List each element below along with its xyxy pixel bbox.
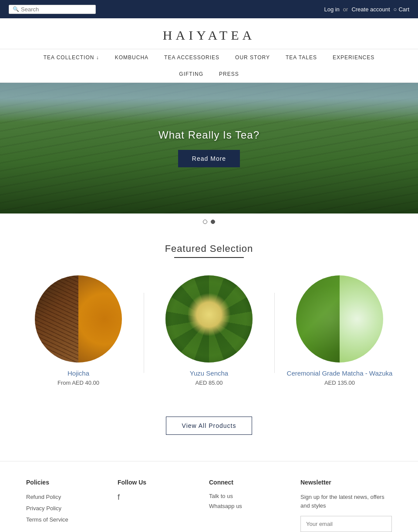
site-logo[interactable]: HAIYATEA bbox=[0, 28, 418, 43]
footer-terms-service[interactable]: Terms of Service bbox=[26, 516, 68, 523]
hero-title: What Really Is Tea? bbox=[158, 129, 260, 141]
search-form[interactable]: 🔍 bbox=[9, 5, 96, 14]
footer-follow-title: Follow Us bbox=[118, 479, 209, 486]
slide-dot-1[interactable] bbox=[203, 220, 207, 224]
nav-press[interactable]: PRESS bbox=[211, 66, 247, 82]
yuzu-image bbox=[165, 275, 253, 363]
view-all-button[interactable]: View All Products bbox=[166, 417, 253, 435]
cart-icon: ○ bbox=[394, 6, 397, 13]
featured-title: Featured Selection bbox=[9, 243, 409, 254]
matcha-image bbox=[296, 275, 383, 363]
footer-newsletter: Newsletter Sign up for the latest news, … bbox=[300, 479, 392, 532]
footer-policies-title: Policies bbox=[26, 479, 118, 486]
footer: Policies Refund Policy Privacy Policy Te… bbox=[0, 461, 418, 532]
featured-underline bbox=[174, 257, 244, 258]
hojicha-image bbox=[35, 275, 122, 363]
cart-label: Cart bbox=[398, 6, 409, 13]
footer-follow-us: Follow Us f bbox=[118, 479, 209, 532]
product-card-hojicha[interactable]: Hojicha From AED 40.00 bbox=[13, 271, 144, 395]
nav-tea-accessories[interactable]: TEA ACCESSORIES bbox=[156, 49, 227, 66]
slide-dot-2[interactable] bbox=[211, 220, 215, 224]
footer-connect: Connect Talk to us Whatsapp us bbox=[209, 479, 300, 532]
footer-refund-policy[interactable]: Refund Policy bbox=[26, 494, 61, 500]
product-image-hojicha bbox=[35, 275, 122, 363]
search-input[interactable] bbox=[21, 6, 91, 13]
product-card-yuzu[interactable]: Yuzu Sencha AED 85.00 bbox=[144, 271, 274, 395]
footer-newsletter-title: Newsletter bbox=[300, 479, 392, 486]
product-name-yuzu: Yuzu Sencha bbox=[152, 369, 266, 377]
newsletter-email-input[interactable] bbox=[300, 516, 392, 532]
footer-columns: Policies Refund Policy Privacy Policy Te… bbox=[26, 479, 392, 532]
nav-tea-tales[interactable]: TEA TALES bbox=[278, 49, 325, 66]
product-price-matcha: AED 135.00 bbox=[283, 380, 396, 386]
or-separator: or bbox=[343, 6, 348, 13]
hero-overlay: What Really Is Tea? Read More bbox=[0, 83, 418, 213]
product-name-hojicha: Hojicha bbox=[22, 369, 135, 377]
footer-connect-title: Connect bbox=[209, 479, 300, 486]
newsletter-description: Sign up for the latest news, offers and … bbox=[300, 493, 392, 510]
search-icon: 🔍 bbox=[13, 6, 19, 12]
nav-our-story[interactable]: OUR STORY bbox=[227, 49, 278, 66]
hero-cta-button[interactable]: Read More bbox=[178, 150, 240, 167]
hojicha-right bbox=[78, 275, 122, 363]
product-price-yuzu: AED 85.00 bbox=[152, 380, 266, 386]
main-nav: TEA COLLECTION ↓ KOMBUCHA TEA ACCESSORIE… bbox=[0, 49, 418, 83]
login-link[interactable]: Log in bbox=[324, 6, 339, 13]
nav-experiences[interactable]: EXPERIENCES bbox=[325, 49, 382, 66]
nav-gifting[interactable]: GIFTING bbox=[171, 66, 211, 82]
hero-banner: What Really Is Tea? Read More bbox=[0, 83, 418, 213]
product-price-hojicha: From AED 40.00 bbox=[22, 380, 135, 386]
cart-button[interactable]: ○ Cart bbox=[394, 6, 409, 13]
nav-kombucha[interactable]: KOMBUCHA bbox=[107, 49, 156, 66]
whatsapp-link[interactable]: Whatsapp us bbox=[209, 503, 300, 509]
footer-privacy-policy[interactable]: Privacy Policy bbox=[26, 505, 61, 512]
product-name-matcha: Ceremonial Grade Matcha - Wazuka bbox=[283, 369, 396, 377]
product-image-yuzu bbox=[165, 275, 253, 363]
matcha-right bbox=[340, 275, 383, 363]
matcha-left bbox=[296, 275, 340, 363]
create-account-link[interactable]: Create account bbox=[351, 6, 390, 13]
facebook-link[interactable]: f bbox=[118, 493, 120, 502]
product-image-matcha bbox=[296, 275, 383, 363]
featured-section: Featured Selection Hojicha From AED 40.0… bbox=[0, 230, 418, 461]
footer-social-links: f bbox=[118, 493, 209, 502]
product-card-matcha[interactable]: Ceremonial Grade Matcha - Wazuka AED 135… bbox=[274, 271, 405, 395]
top-bar-right: Log in or Create account ○ Cart bbox=[324, 6, 409, 13]
talk-to-us-link[interactable]: Talk to us bbox=[209, 493, 300, 499]
footer-connect-links: Talk to us Whatsapp us bbox=[209, 493, 300, 509]
products-grid: Hojicha From AED 40.00 Yuzu Sencha AED 8… bbox=[9, 271, 409, 395]
footer-policies: Policies Refund Policy Privacy Policy Te… bbox=[26, 479, 118, 532]
top-bar: 🔍 Log in or Create account ○ Cart bbox=[0, 0, 418, 18]
nav-tea-collection[interactable]: TEA COLLECTION ↓ bbox=[36, 49, 107, 66]
slide-dots bbox=[0, 213, 418, 230]
logo-section: HAIYATEA bbox=[0, 18, 418, 49]
hojicha-left bbox=[35, 275, 78, 363]
